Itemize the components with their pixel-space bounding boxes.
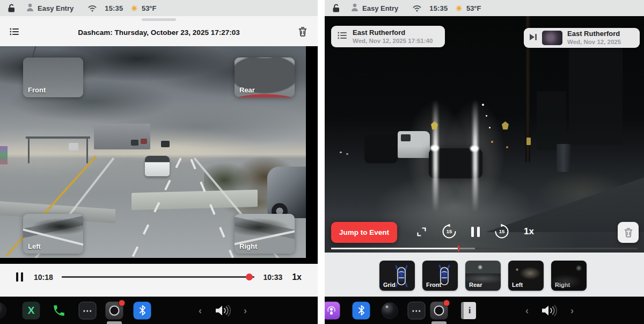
camera-thumb-label: Left	[28, 242, 41, 250]
volume-icon[interactable]	[215, 304, 232, 317]
trash-icon	[624, 228, 633, 237]
podcasts-app-icon[interactable]	[325, 301, 340, 319]
temperature: 53°F	[466, 4, 481, 12]
open-app-indicator	[431, 321, 447, 324]
camera-thumb-left[interactable]: Left	[23, 214, 83, 254]
seek-bar[interactable]	[331, 248, 638, 249]
clock: 15:35	[105, 4, 123, 12]
car-top-view-icon	[395, 265, 408, 287]
notification-badge	[119, 299, 126, 306]
driver-profile[interactable]: Easy Entry	[26, 3, 74, 13]
headlight	[430, 145, 439, 151]
app-dock: ⋯ i ‹ ›	[325, 297, 644, 324]
clip-title: Dashcam: Thursday, October 23, 2025 17:2…	[0, 16, 318, 46]
current-clip-pill[interactable]: East Rutherford Wed, Nov 12, 2025 17:51:…	[331, 26, 445, 47]
seek-forward-15-button[interactable]: 15	[494, 224, 510, 240]
clip-location: East Rutherford	[353, 28, 433, 37]
bluetooth-icon[interactable]	[353, 301, 370, 319]
unlock-icon[interactable]	[8, 4, 16, 12]
delete-clip-button[interactable]	[618, 222, 639, 243]
volume-icon[interactable]	[541, 304, 558, 317]
elapsed-time: 10:18	[34, 273, 53, 282]
main-video-front-camera[interactable]: Front Rear Left Right	[0, 46, 318, 264]
delete-clip-button[interactable]	[296, 26, 309, 38]
sun-icon: ☀	[455, 4, 462, 12]
camera-tab-left[interactable]: Left	[508, 261, 544, 291]
list-icon	[338, 32, 347, 41]
wifi-icon[interactable]	[412, 5, 422, 12]
temperature: 53°F	[142, 4, 157, 12]
skip-next-icon	[529, 33, 537, 43]
camera-tab-grid[interactable]: Grid	[379, 261, 415, 291]
pause-button[interactable]	[16, 272, 23, 282]
dashcam-event-panel: Easy Entry 15:35 ☀ 53°F	[325, 0, 644, 324]
parked-pickup-truck	[398, 131, 430, 158]
next-clip-date: Wed, Nov 12, 2025	[567, 38, 621, 46]
more-apps-icon[interactable]: ⋯	[79, 301, 97, 319]
open-app-indicator	[107, 321, 122, 324]
dashcam-viewer-panel: Easy Entry 15:35 ☀ 53°F Dashcam: Thursda…	[0, 0, 318, 324]
jump-to-event-button[interactable]: Jump to Event	[331, 222, 397, 243]
app-dock: X ⋯ ‹ ›	[0, 297, 318, 324]
driver-profile[interactable]: Easy Entry	[351, 3, 398, 13]
clock: 15:35	[429, 4, 448, 12]
pause-button[interactable]	[471, 227, 480, 237]
bluetooth-icon[interactable]	[134, 301, 151, 319]
camera-thumb-right[interactable]: Right	[235, 214, 295, 254]
playback-controls: 10:18 10:33 1x	[0, 264, 318, 297]
seek-bar[interactable]	[62, 276, 255, 278]
camera-thumb-rear[interactable]: Rear	[235, 57, 295, 97]
media-next-chevron[interactable]: ›	[244, 305, 247, 316]
status-bar: Easy Entry 15:35 ☀ 53°F	[325, 0, 644, 16]
clip-datetime: Wed, Nov 12, 2025 17:51:40	[353, 37, 433, 45]
person-icon	[26, 3, 34, 13]
trash-icon	[298, 27, 307, 37]
media-next-chevron[interactable]: ›	[570, 305, 574, 316]
next-clip-thumbnail	[542, 31, 562, 45]
dashcam-app-icon[interactable]	[430, 301, 448, 319]
owners-manual-icon[interactable]: i	[461, 302, 476, 319]
profile-name: Easy Entry	[362, 4, 398, 12]
media-prev-chevron[interactable]: ‹	[199, 305, 202, 316]
dashcam-header: Dashcam: Thursday, October 23, 2025 17:2…	[0, 16, 318, 46]
phone-icon[interactable]	[52, 304, 66, 318]
next-clip-pill[interactable]: East Rutherford Wed, Nov 12, 2025	[524, 28, 640, 48]
weather[interactable]: ☀ 53°F	[130, 4, 156, 12]
event-marker[interactable]	[458, 246, 459, 251]
camera-thumb-label: Right	[239, 242, 257, 250]
more-apps-icon[interactable]: ⋯	[408, 301, 426, 319]
camera-selector-strip: Grid Front Rear Left Right	[325, 253, 644, 297]
playback-speed-button[interactable]: 1x	[292, 272, 302, 282]
car-ahead	[145, 156, 170, 176]
camera-tab-rear[interactable]: Rear	[465, 261, 501, 291]
video-controls: 15 15 1x	[416, 224, 534, 240]
x-app-icon[interactable]: X	[23, 301, 40, 319]
status-bar: Easy Entry 15:35 ☀ 53°F	[0, 0, 318, 16]
media-prev-chevron[interactable]: ‹	[525, 305, 529, 316]
cabin-camera-icon[interactable]	[0, 302, 6, 319]
person-icon	[351, 3, 358, 13]
total-time: 10:33	[263, 273, 282, 282]
night-street-scene	[325, 16, 644, 253]
weather[interactable]: ☀ 53°F	[455, 4, 481, 12]
profile-name: Easy Entry	[38, 4, 74, 12]
parked-suv	[364, 134, 398, 163]
camera-tab-right[interactable]: Right	[551, 261, 587, 291]
cabin-camera-icon[interactable]	[382, 302, 398, 319]
dashcam-app-icon[interactable]	[106, 301, 123, 319]
playback-speed-button[interactable]: 1x	[524, 226, 534, 237]
wifi-icon[interactable]	[87, 5, 97, 12]
camera-thumb-front[interactable]: Front	[23, 57, 83, 97]
pedestrian-sign	[502, 121, 509, 129]
sound-barrier	[131, 190, 258, 210]
playhead[interactable]	[246, 273, 253, 280]
minimize-player-icon[interactable]	[416, 226, 427, 237]
main-video-night-clip[interactable]: East Rutherford Wed, Nov 12, 2025 17:51:…	[325, 16, 644, 253]
next-clip-location: East Rutherford	[567, 30, 621, 38]
seek-back-15-button[interactable]: 15	[441, 224, 457, 240]
camera-thumb-label: Front	[28, 86, 46, 94]
unlock-icon[interactable]	[332, 4, 340, 12]
trash-bin	[557, 144, 570, 172]
camera-tab-front[interactable]: Front	[422, 261, 458, 291]
overpass-structure	[94, 124, 150, 149]
